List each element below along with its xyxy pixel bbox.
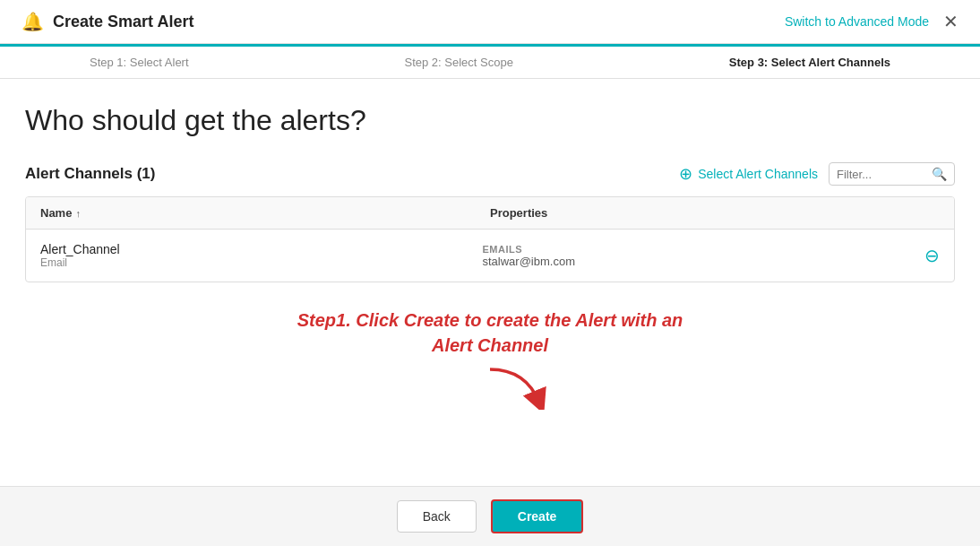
channels-actions: ⊕ Select Alert Channels 🔍 bbox=[679, 162, 955, 186]
annotation-line1: Step1. Click Create to create the Alert … bbox=[297, 310, 683, 330]
plus-circle-icon: ⊕ bbox=[679, 164, 692, 184]
step-1: Step 1: Select Alert bbox=[90, 56, 189, 69]
channels-table: Name ↑ Properties Alert_Channel Email EM… bbox=[25, 196, 955, 282]
col-name-label: Name bbox=[40, 206, 72, 220]
step-2: Step 2: Select Scope bbox=[405, 56, 513, 69]
channels-header: Alert Channels (1) ⊕ Select Alert Channe… bbox=[25, 162, 955, 186]
annotation-text: Step1. Click Create to create the Alert … bbox=[25, 308, 955, 358]
close-button[interactable]: ✕ bbox=[943, 13, 959, 30]
annotation-section: Step1. Click Create to create the Alert … bbox=[0, 282, 980, 410]
bell-icon: 🔔 bbox=[21, 11, 44, 32]
row-action: ⊖ bbox=[924, 247, 940, 264]
filter-input[interactable] bbox=[837, 168, 926, 181]
back-button[interactable]: Back bbox=[397, 500, 477, 533]
channels-title: Alert Channels (1) bbox=[25, 165, 155, 183]
page-heading: Who should get the alerts? bbox=[25, 104, 955, 137]
header-left: 🔔 Create Smart Alert bbox=[21, 11, 193, 32]
steps: Step 1: Select Alert Step 2: Select Scop… bbox=[0, 47, 980, 78]
select-channels-label: Select Alert Channels bbox=[698, 167, 818, 181]
prop-value: stalwar@ibm.com bbox=[483, 255, 925, 268]
select-channels-button[interactable]: ⊕ Select Alert Channels bbox=[679, 164, 818, 184]
table-header: Name ↑ Properties bbox=[26, 197, 954, 230]
progress-area: Step 1: Select Alert Step 2: Select Scop… bbox=[0, 44, 980, 79]
create-button[interactable]: Create bbox=[491, 499, 584, 533]
header-right: Switch to Advanced Mode ✕ bbox=[785, 13, 959, 30]
footer: Back Create bbox=[0, 486, 980, 546]
col-name-header: Name ↑ bbox=[40, 206, 490, 220]
annotation-line2: Alert Channel bbox=[432, 335, 548, 355]
row-name-cell: Alert_Channel Email bbox=[40, 242, 483, 269]
channel-type: Email bbox=[40, 256, 483, 269]
channel-name: Alert_Channel bbox=[40, 242, 483, 256]
prop-label: EMAILS bbox=[483, 244, 925, 255]
advanced-mode-link[interactable]: Switch to Advanced Mode bbox=[785, 14, 929, 29]
step-3: Step 3: Select Alert Channels bbox=[729, 56, 890, 69]
col-properties-header: Properties bbox=[490, 206, 940, 220]
arrow-container bbox=[25, 358, 955, 410]
header: 🔔 Create Smart Alert Switch to Advanced … bbox=[0, 0, 980, 44]
page-title: Create Smart Alert bbox=[53, 13, 193, 31]
sort-icon: ↑ bbox=[75, 208, 81, 219]
arrow-icon bbox=[481, 365, 553, 410]
row-props-cell: EMAILS stalwar@ibm.com bbox=[483, 244, 925, 268]
main-content: Who should get the alerts? Alert Channel… bbox=[0, 79, 980, 282]
filter-box: 🔍 bbox=[829, 162, 955, 186]
remove-channel-button[interactable]: ⊖ bbox=[924, 247, 940, 264]
table-row: Alert_Channel Email EMAILS stalwar@ibm.c… bbox=[26, 230, 954, 282]
search-icon: 🔍 bbox=[932, 167, 947, 181]
